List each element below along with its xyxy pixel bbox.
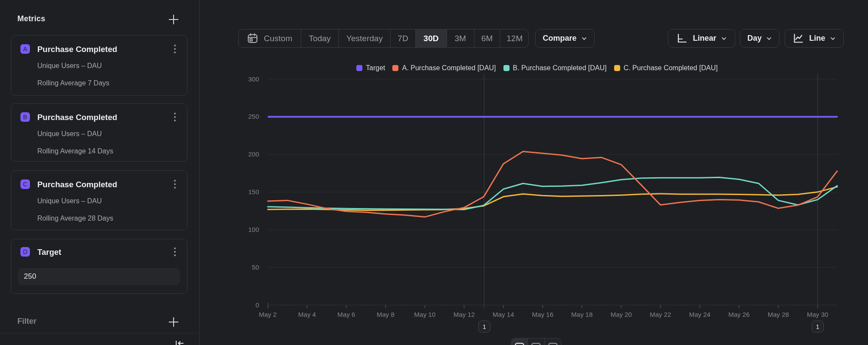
svg-text:May 30: May 30 xyxy=(807,311,828,318)
svg-text:May 4: May 4 xyxy=(298,311,316,318)
svg-text:May 2: May 2 xyxy=(259,311,277,318)
svg-text:1: 1 xyxy=(816,323,819,330)
svg-text:150: 150 xyxy=(248,188,259,195)
svg-text:300: 300 xyxy=(248,75,259,83)
svg-text:1: 1 xyxy=(483,323,486,330)
svg-text:May 8: May 8 xyxy=(377,311,395,318)
svg-text:May 16: May 16 xyxy=(532,311,553,318)
svg-text:May 6: May 6 xyxy=(338,311,355,318)
svg-text:May 28: May 28 xyxy=(768,311,789,318)
svg-text:May 10: May 10 xyxy=(414,311,435,318)
svg-text:May 12: May 12 xyxy=(454,311,475,318)
svg-text:50: 50 xyxy=(252,264,259,271)
svg-text:May 26: May 26 xyxy=(728,311,750,318)
svg-text:100: 100 xyxy=(248,226,259,233)
svg-text:May 20: May 20 xyxy=(611,311,632,318)
svg-text:May 18: May 18 xyxy=(571,311,592,318)
svg-text:200: 200 xyxy=(248,150,259,158)
svg-text:250: 250 xyxy=(248,113,259,120)
svg-text:0: 0 xyxy=(256,301,259,309)
svg-text:May 14: May 14 xyxy=(493,311,514,318)
svg-text:May 24: May 24 xyxy=(689,311,710,318)
svg-text:May 22: May 22 xyxy=(650,311,671,318)
